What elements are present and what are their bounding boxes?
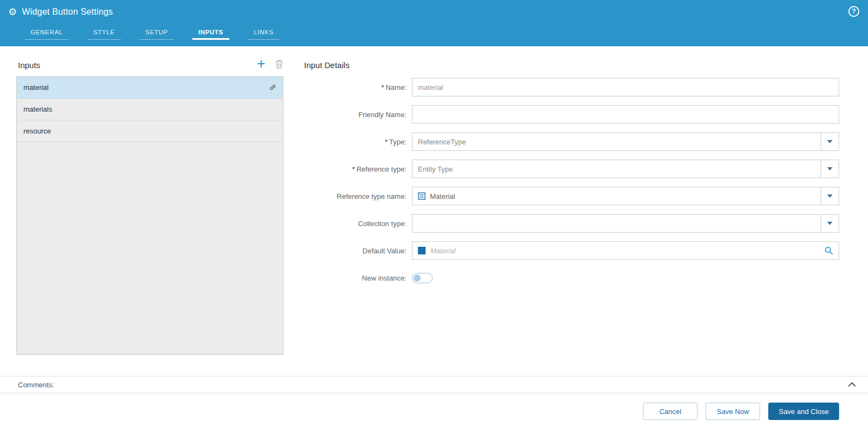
tab-style[interactable]: STYLE	[87, 24, 120, 40]
reference-type-name-label: Reference type name:	[304, 192, 412, 200]
comments-label: Comments:	[18, 381, 54, 389]
reference-type-name-dropdown-button[interactable]	[821, 187, 839, 205]
required-marker: *	[381, 83, 384, 92]
default-value-label: Default Value:	[304, 247, 412, 255]
list-item-label: resource	[23, 127, 51, 135]
type-label: *Type:	[304, 138, 412, 146]
inputs-panel-title: Inputs	[18, 60, 40, 70]
inputs-panel-actions: +	[246, 57, 283, 71]
new-instance-toggle[interactable]	[412, 273, 433, 283]
save-and-close-button[interactable]: Save and Close	[768, 403, 839, 420]
reference-type-dropdown[interactable]: Entity Type	[412, 160, 839, 178]
dialog-title: Widget Button Settings	[22, 7, 113, 17]
list-item-label: material	[23, 83, 48, 92]
tab-links[interactable]: LINKS	[248, 24, 280, 40]
comments-collapse-button[interactable]	[848, 382, 856, 387]
friendly-name-label: Friendly Name:	[304, 111, 412, 119]
default-value-search-button[interactable]	[824, 246, 833, 255]
reference-type-label: *Reference type:	[304, 165, 412, 173]
reference-type-name-dropdown[interactable]: Material	[412, 187, 839, 205]
list-item-material[interactable]: material	[17, 77, 283, 99]
name-field[interactable]	[412, 78, 839, 96]
collection-type-dropdown-button[interactable]	[821, 215, 839, 232]
chevron-down-icon	[827, 194, 833, 198]
chevron-up-icon	[848, 382, 856, 387]
entity-list-icon	[418, 192, 426, 200]
dialog-header: ⚙ Widget Button Settings ? GENERAL STYLE…	[0, 0, 868, 46]
chevron-down-icon	[827, 167, 833, 171]
help-icon[interactable]: ?	[848, 6, 859, 17]
reference-type-name-dropdown-value: Material	[430, 192, 455, 200]
friendly-name-field[interactable]	[412, 105, 839, 124]
add-input-button[interactable]: +	[257, 57, 265, 71]
tab-inputs[interactable]: INPUTS	[192, 24, 229, 40]
default-value-field[interactable]	[430, 247, 820, 255]
collection-type-dropdown[interactable]	[412, 214, 839, 233]
title-bar: ⚙ Widget Button Settings	[0, 0, 868, 24]
form-row-name: *Name:	[304, 78, 839, 96]
cancel-button[interactable]: Cancel	[643, 403, 697, 420]
comments-bar: Comments:	[0, 376, 868, 393]
link-icon	[269, 84, 276, 91]
widget-button-settings-dialog: ⚙ Widget Button Settings ? GENERAL STYLE…	[0, 0, 868, 432]
form-row-reference-type: *Reference type: Entity Type	[304, 160, 839, 178]
form-row-reference-type-name: Reference type name: Material	[304, 187, 839, 205]
input-details-title: Input Details	[304, 60, 349, 70]
type-dropdown-button[interactable]	[821, 133, 839, 150]
toggle-knob	[414, 275, 421, 282]
form-row-type: *Type: ReferenceType	[304, 132, 839, 151]
list-item-materials[interactable]: materials	[17, 99, 283, 120]
trash-icon	[275, 59, 283, 69]
chevron-down-icon	[827, 222, 833, 225]
inputs-list: material materials resource	[16, 76, 283, 355]
form-row-new-instance: New instance:	[304, 269, 839, 287]
reference-type-dropdown-button[interactable]	[821, 160, 839, 178]
search-icon	[824, 246, 833, 255]
form-row-collection-type: Collection type:	[304, 214, 839, 233]
form-row-default-value: Default Value:	[304, 241, 839, 260]
dialog-footer: Cancel Save Now Save and Close	[643, 403, 839, 420]
default-value-picker[interactable]	[412, 241, 839, 260]
list-item-resource[interactable]: resource	[17, 120, 283, 142]
save-now-button[interactable]: Save Now	[706, 403, 760, 420]
tab-setup[interactable]: SETUP	[139, 24, 174, 40]
list-item-label: materials	[23, 105, 52, 113]
chevron-down-icon	[827, 140, 833, 143]
type-dropdown-value: ReferenceType	[412, 138, 821, 146]
name-label: *Name:	[304, 83, 412, 92]
reference-type-dropdown-value: Entity Type	[412, 165, 821, 173]
new-instance-label: New instance:	[304, 274, 412, 282]
form-row-friendly-name: Friendly Name:	[304, 105, 839, 124]
entity-color-square	[418, 247, 426, 254]
type-dropdown[interactable]: ReferenceType	[412, 132, 839, 151]
input-details-form: *Name: Friendly Name: *Type: ReferenceTy…	[304, 78, 839, 296]
required-marker: *	[352, 165, 355, 173]
required-marker: *	[385, 138, 387, 146]
tab-general[interactable]: GENERAL	[25, 24, 69, 40]
tab-bar: GENERAL STYLE SETUP INPUTS LINKS	[0, 24, 868, 46]
delete-input-button[interactable]	[275, 59, 283, 69]
gear-icon: ⚙	[8, 7, 17, 17]
collection-type-label: Collection type:	[304, 220, 412, 228]
